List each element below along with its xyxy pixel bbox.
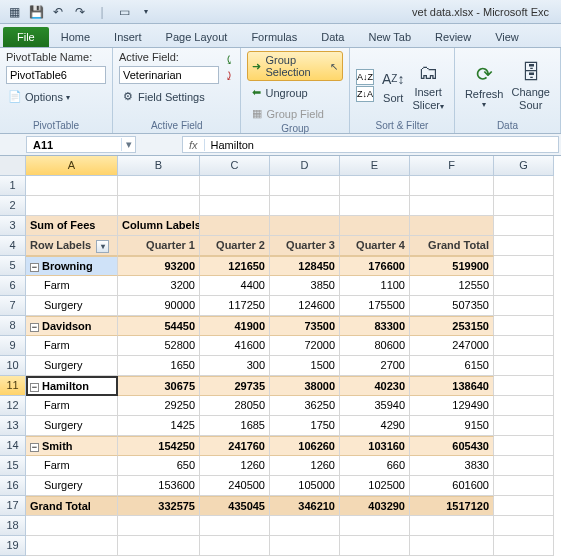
pivot-grand-total-value[interactable]: 1517120 bbox=[410, 496, 494, 516]
pivot-value[interactable]: 35940 bbox=[340, 396, 410, 416]
pivot-grand-total-value[interactable]: 346210 bbox=[270, 496, 340, 516]
collapse-icon[interactable]: − bbox=[30, 383, 39, 392]
cell[interactable] bbox=[494, 296, 554, 316]
redo-icon[interactable]: ↷ bbox=[70, 2, 90, 22]
cell[interactable] bbox=[26, 516, 118, 536]
cell[interactable] bbox=[26, 196, 118, 216]
row-filter-icon[interactable]: ▾ bbox=[96, 240, 109, 253]
tab-pagelayout[interactable]: Page Layout bbox=[154, 27, 240, 47]
pivot-row-item[interactable]: Farm bbox=[26, 396, 118, 416]
change-source-button[interactable]: 🗄 Change Sour bbox=[507, 58, 554, 113]
options-button[interactable]: 📄 Options ▾ bbox=[6, 89, 106, 105]
pivot-value[interactable]: 41900 bbox=[200, 316, 270, 336]
refresh-button[interactable]: ⟳ Refresh ▾ bbox=[461, 60, 508, 112]
pivot-value[interactable]: 102500 bbox=[340, 476, 410, 496]
row-header[interactable]: 2 bbox=[0, 196, 26, 216]
cell[interactable] bbox=[494, 236, 554, 256]
pivot-value[interactable]: 1500 bbox=[270, 356, 340, 376]
pivot-value[interactable]: 605430 bbox=[410, 436, 494, 456]
tab-view[interactable]: View bbox=[483, 27, 531, 47]
pivot-row-item[interactable]: Surgery bbox=[26, 296, 118, 316]
cell[interactable] bbox=[200, 216, 270, 236]
collapse-icon[interactable]: − bbox=[30, 323, 39, 332]
pivot-value[interactable]: 3200 bbox=[118, 276, 200, 296]
col-header[interactable]: F bbox=[410, 156, 494, 176]
pivot-value[interactable]: 40230 bbox=[340, 376, 410, 396]
pivot-col-header[interactable]: Quarter 4 bbox=[340, 236, 410, 256]
pivot-value[interactable]: 660 bbox=[340, 456, 410, 476]
cell[interactable] bbox=[118, 536, 200, 556]
cell[interactable] bbox=[26, 176, 118, 196]
collapse-field-icon[interactable]: ⤸ bbox=[224, 69, 234, 83]
cell[interactable] bbox=[494, 516, 554, 536]
cell[interactable] bbox=[340, 536, 410, 556]
row-header[interactable]: 19 bbox=[0, 536, 26, 556]
save-icon[interactable]: 💾 bbox=[26, 2, 46, 22]
cell[interactable] bbox=[270, 196, 340, 216]
pivot-value[interactable]: 9150 bbox=[410, 416, 494, 436]
pivot-value[interactable]: 1260 bbox=[270, 456, 340, 476]
row-header[interactable]: 7 bbox=[0, 296, 26, 316]
pivot-value[interactable]: 90000 bbox=[118, 296, 200, 316]
pivot-value[interactable]: 28050 bbox=[200, 396, 270, 416]
cell[interactable] bbox=[494, 336, 554, 356]
pivot-col-header[interactable]: Quarter 1 bbox=[118, 236, 200, 256]
tab-data[interactable]: Data bbox=[309, 27, 356, 47]
pivot-value[interactable]: 1750 bbox=[270, 416, 340, 436]
sort-desc-icon[interactable]: Z↓A bbox=[356, 86, 374, 102]
pivot-row-subtotal[interactable]: −Browning bbox=[26, 256, 118, 276]
pivot-value[interactable]: 519900 bbox=[410, 256, 494, 276]
cell[interactable] bbox=[494, 256, 554, 276]
col-header[interactable]: A bbox=[26, 156, 118, 176]
row-header[interactable]: 6 bbox=[0, 276, 26, 296]
group-selection-button[interactable]: ➜ Group Selection ↖ bbox=[247, 51, 342, 81]
pivot-value[interactable]: 154250 bbox=[118, 436, 200, 456]
pivot-value[interactable]: 4290 bbox=[340, 416, 410, 436]
pivot-value[interactable]: 12550 bbox=[410, 276, 494, 296]
row-header[interactable]: 15 bbox=[0, 456, 26, 476]
row-header[interactable]: 13 bbox=[0, 416, 26, 436]
pivot-value[interactable]: 29735 bbox=[200, 376, 270, 396]
pivot-value[interactable]: 106260 bbox=[270, 436, 340, 456]
pivot-value[interactable]: 1685 bbox=[200, 416, 270, 436]
cell[interactable] bbox=[200, 176, 270, 196]
pivot-value[interactable]: 124600 bbox=[270, 296, 340, 316]
sort-asc-icon[interactable]: A↓Z bbox=[356, 69, 374, 85]
pivot-value[interactable]: 54450 bbox=[118, 316, 200, 336]
cell[interactable] bbox=[200, 536, 270, 556]
pivot-value[interactable]: 52800 bbox=[118, 336, 200, 356]
pivot-value[interactable]: 4400 bbox=[200, 276, 270, 296]
pivot-row-item[interactable]: Surgery bbox=[26, 476, 118, 496]
cell[interactable] bbox=[270, 216, 340, 236]
pivot-value[interactable]: 247000 bbox=[410, 336, 494, 356]
cell[interactable] bbox=[494, 436, 554, 456]
pivot-col-header[interactable]: Grand Total bbox=[410, 236, 494, 256]
cell[interactable] bbox=[494, 496, 554, 516]
sort-button[interactable]: AZ↕ Sort bbox=[378, 64, 408, 107]
tab-home[interactable]: Home bbox=[49, 27, 102, 47]
pivot-col-header[interactable]: Quarter 2 bbox=[200, 236, 270, 256]
row-header[interactable]: 17 bbox=[0, 496, 26, 516]
pivot-grand-total-label[interactable]: Grand Total bbox=[26, 496, 118, 516]
pivot-value[interactable]: 176600 bbox=[340, 256, 410, 276]
cell[interactable] bbox=[270, 176, 340, 196]
pivot-value[interactable]: 83300 bbox=[340, 316, 410, 336]
qat-dropdown-icon[interactable]: ▾ bbox=[136, 2, 156, 22]
pivot-value[interactable]: 36250 bbox=[270, 396, 340, 416]
new-icon[interactable]: ▭ bbox=[114, 2, 134, 22]
pivot-value[interactable]: 507350 bbox=[410, 296, 494, 316]
activefield-input[interactable] bbox=[119, 66, 219, 84]
pivot-value[interactable]: 650 bbox=[118, 456, 200, 476]
pivot-grand-total-value[interactable]: 332575 bbox=[118, 496, 200, 516]
pivot-value[interactable]: 1260 bbox=[200, 456, 270, 476]
pivot-value[interactable]: 129490 bbox=[410, 396, 494, 416]
cell[interactable] bbox=[410, 196, 494, 216]
pivot-value[interactable]: 80600 bbox=[340, 336, 410, 356]
insert-slicer-button[interactable]: 🗂 Insert Slicer▾ bbox=[408, 58, 448, 113]
pivot-grand-total-value[interactable]: 435045 bbox=[200, 496, 270, 516]
pivot-value[interactable]: 1100 bbox=[340, 276, 410, 296]
row-header[interactable]: 9 bbox=[0, 336, 26, 356]
expand-field-icon[interactable]: ⤹ bbox=[224, 53, 234, 67]
pivot-value[interactable]: 121650 bbox=[200, 256, 270, 276]
cell[interactable] bbox=[494, 536, 554, 556]
